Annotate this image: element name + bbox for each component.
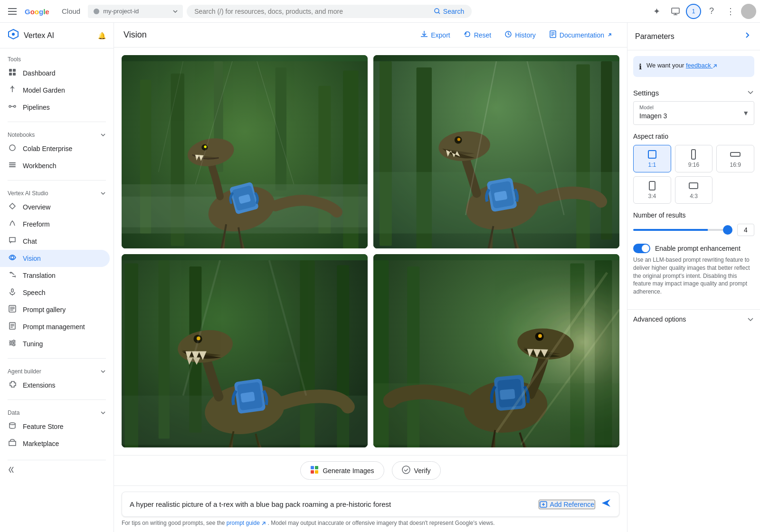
num-results-value: 4 xyxy=(737,224,754,236)
aspect-option-16-9[interactable]: 16:9 xyxy=(716,145,754,172)
sidebar-item-extensions[interactable]: Extensions xyxy=(0,377,110,394)
sidebar-item-model-garden[interactable]: Model Garden xyxy=(0,82,110,99)
aspect-3-4-icon xyxy=(647,180,657,191)
sidebar-item-vision[interactable]: Vision xyxy=(0,250,110,267)
documentation-button[interactable]: Documentation xyxy=(543,28,618,43)
aspect-3-4-label: 3:4 xyxy=(648,193,656,200)
model-garden-icon xyxy=(8,86,17,95)
data-section: Data Feature Store Marketplace xyxy=(0,402,114,456)
help-button[interactable]: ? xyxy=(703,3,720,20)
content-header: Vision Export Reset xyxy=(114,23,627,48)
sidebar-item-marketplace[interactable]: Marketplace xyxy=(0,435,110,452)
aspect-option-3-4[interactable]: 3:4 xyxy=(633,176,671,204)
sidebar-item-dashboard[interactable]: Dashboard xyxy=(0,65,110,82)
history-button[interactable]: History xyxy=(499,28,542,43)
add-reference-button[interactable]: Add Reference xyxy=(539,500,595,509)
svg-point-69 xyxy=(457,138,460,141)
svg-rect-103 xyxy=(311,466,314,469)
sidebar-item-feature-store[interactable]: Feature Store xyxy=(0,418,110,435)
image-cell-3[interactable] xyxy=(122,254,368,447)
feedback-link-label: feedback xyxy=(686,62,711,69)
num-results-slider[interactable] xyxy=(633,229,732,231)
prompt-guide-link[interactable]: prompt guide xyxy=(227,520,268,526)
data-section-title[interactable]: Data xyxy=(0,406,114,418)
user-account-button[interactable]: 1 xyxy=(686,4,701,19)
aspect-16-9-label: 16:9 xyxy=(730,162,741,168)
menu-button[interactable] xyxy=(4,3,21,20)
prompt-management-icon xyxy=(8,322,17,332)
svg-point-107 xyxy=(402,466,410,474)
search-bar: Search xyxy=(187,5,472,18)
agent-section-title[interactable]: Agent builder xyxy=(0,364,114,377)
sidebar-item-speech[interactable]: Speech xyxy=(0,284,110,301)
freeform-icon xyxy=(8,219,17,229)
svg-rect-109 xyxy=(648,151,656,158)
aspect-option-1-1[interactable]: 1:1 xyxy=(633,145,671,172)
image-cell-1[interactable] xyxy=(122,55,368,248)
reset-button[interactable]: Reset xyxy=(458,28,497,43)
image-cell-4[interactable] xyxy=(373,254,619,447)
settings-collapse-button[interactable] xyxy=(747,88,754,97)
aspect-option-4-3[interactable]: 4:3 xyxy=(675,176,713,204)
params-toggle-button[interactable] xyxy=(743,30,752,42)
sidebar-collapse-button[interactable] xyxy=(0,462,110,479)
page-title: Vision xyxy=(124,30,147,40)
send-button[interactable] xyxy=(601,498,611,511)
svg-point-20 xyxy=(11,256,14,259)
svg-rect-12 xyxy=(13,73,16,76)
monitor-button[interactable] xyxy=(667,3,684,20)
settings-section: Settings Model Imagen 3 Imagen 2 ▼ Aspec… xyxy=(627,83,760,309)
content-area: Vision Export Reset xyxy=(114,23,627,532)
toggle-row: Enable prompt enhancement xyxy=(633,244,754,253)
sidebar-item-tuning[interactable]: Tuning xyxy=(0,335,110,352)
svg-rect-106 xyxy=(315,470,318,474)
vision-icon xyxy=(8,254,17,263)
sidebar-item-pipelines[interactable]: Pipelines xyxy=(0,99,110,116)
vision-label: Vision xyxy=(23,255,41,262)
sidebar-item-translation[interactable]: Translation xyxy=(0,267,110,284)
user-avatar[interactable] xyxy=(741,4,756,19)
export-icon xyxy=(420,30,428,40)
project-selector[interactable]: my-project-id xyxy=(88,5,183,18)
generate-images-button[interactable]: Generate Images xyxy=(300,461,384,480)
svg-point-35 xyxy=(10,342,12,344)
svg-rect-112 xyxy=(649,181,655,190)
sidebar-item-chat[interactable]: Chat xyxy=(0,233,110,250)
studio-section-title[interactable]: Vertex AI Studio xyxy=(0,186,114,199)
workbench-icon xyxy=(8,161,17,171)
sparkle-button[interactable]: ✦ xyxy=(648,3,665,20)
search-input[interactable] xyxy=(194,8,430,15)
image-cell-2[interactable] xyxy=(373,55,619,248)
sidebar-item-workbench[interactable]: Workbench xyxy=(0,157,110,174)
aspect-option-9-16[interactable]: 9:16 xyxy=(675,145,713,172)
prompt-enhancement-toggle[interactable] xyxy=(633,244,650,253)
sidebar-item-prompt-management[interactable]: Prompt management xyxy=(0,318,110,335)
sidebar-item-freeform[interactable]: Freeform xyxy=(0,216,110,233)
prompt-text[interactable]: A hyper realistic picture of a t-rex wit… xyxy=(130,500,533,508)
colab-label: Colab Enterprise xyxy=(23,145,72,152)
reset-icon xyxy=(464,30,471,40)
freeform-label: Freeform xyxy=(23,220,50,228)
verify-button[interactable]: Verify xyxy=(392,461,441,480)
more-options-button[interactable]: ⋮ xyxy=(722,3,739,20)
sidebar-item-colab[interactable]: Colab Enterprise xyxy=(0,140,110,157)
bell-icon[interactable]: 🔔 xyxy=(98,32,106,39)
search-button[interactable]: Search xyxy=(434,8,464,15)
svg-rect-104 xyxy=(315,466,318,469)
svg-point-16 xyxy=(10,145,15,151)
svg-rect-6 xyxy=(672,8,679,13)
sidebar-item-prompt-gallery[interactable]: Prompt gallery xyxy=(0,301,110,318)
feedback-link[interactable]: feedback xyxy=(686,62,717,69)
svg-rect-26 xyxy=(10,310,13,311)
model-select[interactable]: Imagen 3 Imagen 2 xyxy=(634,110,754,124)
svg-rect-24 xyxy=(10,307,15,308)
svg-rect-1 xyxy=(8,11,17,12)
notebooks-section: Notebooks Colab Enterprise Workbench xyxy=(0,124,114,178)
sidebar-item-overview[interactable]: Overview xyxy=(0,199,110,216)
notebooks-section-title[interactable]: Notebooks xyxy=(0,128,114,140)
export-button[interactable]: Export xyxy=(415,28,456,43)
prompt-enhancement-section: Enable prompt enhancement Use an LLM-bas… xyxy=(633,244,754,296)
documentation-label: Documentation xyxy=(560,31,604,39)
prompt-management-label: Prompt management xyxy=(23,323,85,331)
advanced-options-toggle[interactable]: Advanced options xyxy=(633,315,754,323)
